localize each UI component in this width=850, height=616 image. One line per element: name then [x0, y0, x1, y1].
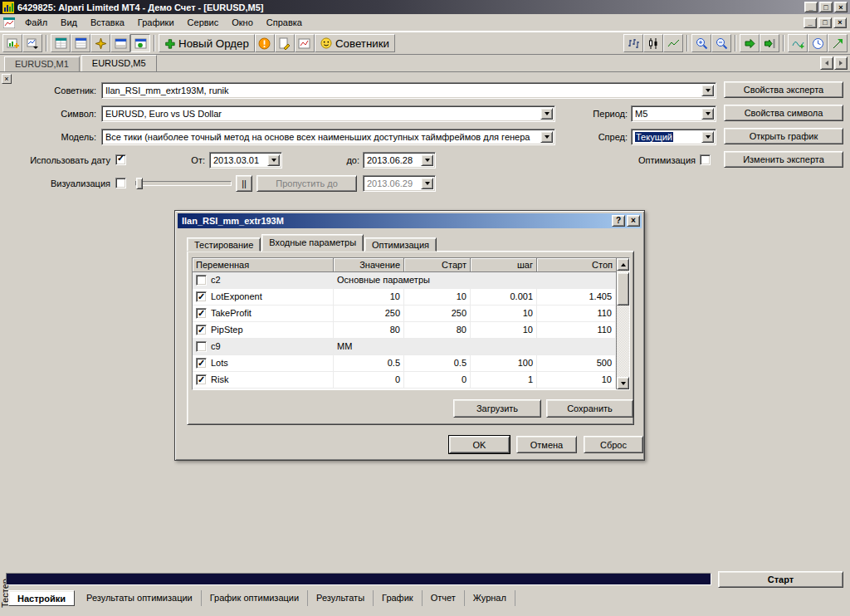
- indicators-icon[interactable]: [788, 34, 808, 52]
- symbol-select[interactable]: EURUSD, Euro vs US Dollar: [101, 105, 555, 122]
- ea-enable-icon[interactable]: [255, 34, 275, 52]
- param-value[interactable]: 0.5: [334, 355, 404, 371]
- param-start[interactable]: 0.5: [404, 355, 471, 371]
- param-step[interactable]: 10: [471, 306, 537, 321]
- ok-button[interactable]: OK: [449, 436, 510, 453]
- skip-to-button[interactable]: Пропустить до: [256, 175, 357, 192]
- skip-date-select[interactable]: 2013.06.29: [363, 175, 436, 192]
- child-close-button[interactable]: ×: [833, 17, 847, 28]
- open-chart-button[interactable]: Открыть график: [724, 128, 843, 144]
- modify-expert-button[interactable]: Изменить эксперта: [724, 151, 843, 168]
- dropdown-arrow-icon[interactable]: [267, 154, 280, 166]
- param-step[interactable]: 1: [471, 372, 537, 388]
- param-row[interactable]: c9 MM: [193, 339, 616, 355]
- menu-item-service[interactable]: Сервис: [181, 15, 226, 30]
- symbol-properties-button[interactable]: Свойства символа: [724, 105, 843, 121]
- param-row[interactable]: PipStep 80 80 10 110: [193, 322, 616, 339]
- dropdown-arrow-icon[interactable]: [540, 131, 553, 143]
- dropdown-arrow-icon[interactable]: [421, 154, 433, 166]
- tab-input-parameters[interactable]: Входные параметры: [261, 234, 364, 252]
- profiles-icon[interactable]: [22, 34, 42, 52]
- market-watch-icon[interactable]: [51, 34, 71, 52]
- column-header-step[interactable]: шаг: [471, 258, 537, 272]
- expert-properties-button[interactable]: Свойства эксперта: [724, 81, 843, 98]
- maximize-button[interactable]: □: [819, 2, 833, 12]
- minimize-button[interactable]: _: [804, 2, 818, 12]
- new-order-button[interactable]: Новый Ордер: [159, 34, 255, 52]
- chart-tab-eurusd-m1[interactable]: EURUSD,M1: [4, 56, 80, 71]
- child-minimize-button[interactable]: _: [804, 17, 817, 28]
- scroll-down-icon[interactable]: [617, 377, 629, 389]
- tab-journal[interactable]: Журнал: [465, 590, 515, 606]
- save-button[interactable]: Сохранить: [546, 399, 633, 418]
- tab-report[interactable]: Отчет: [423, 590, 465, 606]
- menu-item-insert[interactable]: Вставка: [84, 15, 131, 30]
- param-step[interactable]: 100: [471, 355, 537, 371]
- metaeditor-icon[interactable]: [275, 34, 295, 52]
- tester-close-button[interactable]: ×: [2, 74, 12, 84]
- param-row[interactable]: Lots 0.5 0.5 100 500: [193, 355, 616, 372]
- strategy-tester-icon[interactable]: [130, 34, 150, 52]
- dialog-close-button[interactable]: ×: [627, 215, 640, 227]
- tab-settings[interactable]: Настройки: [8, 590, 75, 606]
- dialog-titlebar[interactable]: Ilan_RSI_mm_extr193M ? ×: [178, 213, 642, 228]
- spread-select[interactable]: Текущий: [631, 129, 716, 145]
- dropdown-arrow-icon[interactable]: [701, 108, 714, 120]
- tab-graph[interactable]: График: [374, 590, 423, 606]
- tab-results[interactable]: Результаты: [308, 590, 374, 606]
- param-value[interactable]: 250: [334, 306, 404, 321]
- param-value[interactable]: 10: [334, 289, 404, 305]
- param-row[interactable]: Risk 0 0 1 10: [193, 372, 616, 389]
- visualization-checkbox[interactable]: [115, 178, 126, 188]
- navigator-icon[interactable]: [90, 34, 110, 52]
- chart-shift-icon[interactable]: [760, 34, 779, 52]
- slider-thumb[interactable]: [136, 178, 143, 189]
- model-select[interactable]: Все тики (наиболее точный метод на основ…: [101, 129, 555, 145]
- column-header-value[interactable]: Значение: [334, 258, 404, 272]
- table-scrollbar[interactable]: [616, 258, 629, 389]
- templates-icon[interactable]: [828, 34, 848, 52]
- dialog-help-button[interactable]: ?: [612, 215, 625, 227]
- visualization-speed-slider[interactable]: [135, 181, 232, 186]
- periods-icon[interactable]: [808, 34, 828, 52]
- chart-window-small-icon[interactable]: [295, 34, 315, 52]
- reset-button[interactable]: Сброс: [584, 436, 643, 453]
- close-button[interactable]: ×: [834, 2, 848, 12]
- load-button[interactable]: Загрузить: [453, 399, 541, 418]
- param-checkbox[interactable]: [196, 291, 207, 302]
- menu-item-window[interactable]: Окно: [225, 15, 260, 30]
- param-checkbox[interactable]: [196, 308, 207, 319]
- menu-item-help[interactable]: Справка: [260, 15, 309, 30]
- expert-select[interactable]: Ilan_RSI_mm_extr193M, runik: [101, 82, 716, 99]
- dropdown-arrow-icon[interactable]: [701, 131, 714, 143]
- param-checkbox[interactable]: [196, 325, 207, 335]
- param-checkbox[interactable]: [196, 275, 207, 286]
- tab-optimization-graph[interactable]: График оптимизации: [202, 590, 308, 606]
- dropdown-arrow-icon[interactable]: [540, 108, 553, 120]
- chart-tab-eurusd-m5[interactable]: EURUSD,M5: [81, 55, 157, 71]
- tab-optimization-results[interactable]: Результаты оптимизации: [78, 590, 202, 606]
- param-start[interactable]: 80: [404, 322, 471, 338]
- column-header-variable[interactable]: Переменная: [193, 258, 334, 272]
- column-header-start[interactable]: Старт: [404, 258, 471, 272]
- tab-testing[interactable]: Тестирование: [187, 237, 261, 252]
- tab-optimization[interactable]: Оптимизация: [364, 237, 437, 252]
- terminal-icon[interactable]: [110, 34, 130, 52]
- use-date-checkbox[interactable]: [115, 154, 126, 165]
- dropdown-arrow-icon[interactable]: [701, 85, 714, 96]
- cancel-button[interactable]: Отмена: [516, 436, 577, 453]
- new-chart-icon[interactable]: [2, 34, 22, 52]
- param-start[interactable]: 0: [404, 372, 471, 388]
- param-checkbox[interactable]: [196, 374, 207, 385]
- param-checkbox[interactable]: [196, 358, 207, 369]
- param-value[interactable]: 80: [334, 322, 404, 338]
- auto-scroll-icon[interactable]: [740, 34, 760, 52]
- param-value[interactable]: 0: [334, 372, 404, 388]
- param-start[interactable]: 10: [404, 289, 471, 305]
- param-value[interactable]: MM: [334, 339, 616, 354]
- menu-item-view[interactable]: Вид: [54, 15, 84, 30]
- zoom-in-icon[interactable]: [691, 34, 711, 52]
- param-stop[interactable]: 1.405: [537, 289, 616, 305]
- candlestick-icon[interactable]: [643, 34, 663, 52]
- tabs-scroll-left-icon[interactable]: [820, 56, 833, 70]
